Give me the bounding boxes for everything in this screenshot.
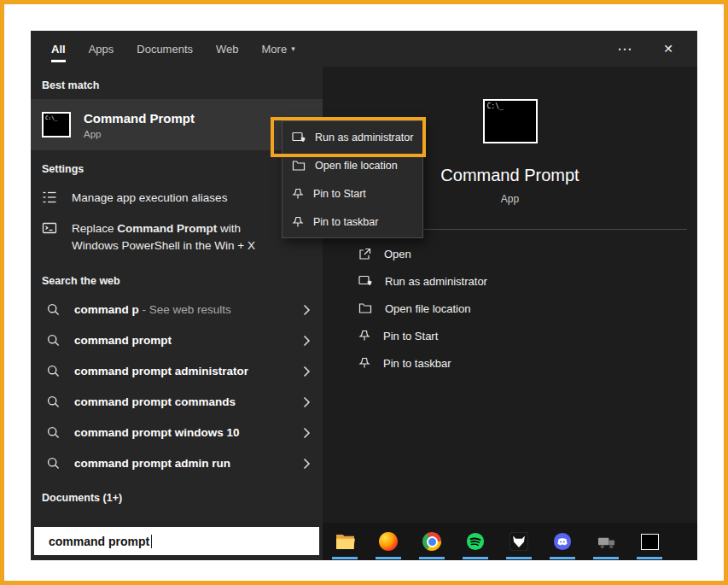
context-menu-run-as-administrator[interactable]: Run as administrator bbox=[282, 123, 422, 151]
action-pin-to-taskbar-label: Pin to taskbar bbox=[383, 357, 451, 370]
taskbar-file-explorer[interactable] bbox=[335, 523, 355, 560]
chevron-right-icon bbox=[303, 366, 311, 377]
close-icon[interactable]: ✕ bbox=[663, 42, 673, 56]
context-menu-pin-to-taskbar[interactable]: Pin to taskbar bbox=[282, 208, 422, 236]
context-pin-to-start-label: Pin to Start bbox=[313, 188, 366, 200]
run-as-admin-icon bbox=[358, 275, 372, 287]
tab-web-label: Web bbox=[216, 43, 239, 56]
search-input[interactable]: command prompt bbox=[34, 527, 319, 555]
chevron-right-icon bbox=[303, 335, 311, 347]
tab-more-label: More bbox=[262, 43, 288, 56]
suggestion-suffix: - See web results bbox=[139, 303, 231, 316]
pin-icon bbox=[358, 330, 370, 342]
context-menu: Run as administrator Open file location … bbox=[282, 120, 423, 238]
tab-web[interactable]: Web bbox=[216, 31, 239, 67]
search-input-value: command prompt bbox=[49, 535, 149, 548]
command-prompt-icon: C:\_ bbox=[42, 112, 71, 137]
best-match-result[interactable]: C:\_ Command Prompt App bbox=[31, 99, 323, 150]
taskbar-chrome[interactable] bbox=[422, 523, 442, 560]
settings-item-replace-powershell[interactable]: Replace Command Prompt with Windows Powe… bbox=[31, 212, 323, 262]
taskbar-fox-app[interactable] bbox=[509, 523, 529, 560]
action-open-file-location-label: Open file location bbox=[385, 302, 470, 315]
suggestion-query: command prompt admin run bbox=[74, 457, 230, 470]
text-cursor bbox=[151, 535, 152, 548]
search-icon bbox=[47, 457, 60, 470]
tab-more[interactable]: More ▾ bbox=[262, 31, 295, 67]
tab-documents[interactable]: Documents bbox=[137, 31, 193, 67]
taskbar-command-prompt[interactable] bbox=[639, 523, 660, 560]
running-indicator bbox=[419, 557, 445, 559]
tab-documents-label: Documents bbox=[137, 43, 193, 56]
search-suggestion-row[interactable]: command p - See web results bbox=[31, 295, 323, 325]
search-icon bbox=[47, 303, 60, 316]
results-column: Best match C:\_ Command Prompt App Setti… bbox=[31, 67, 323, 523]
running-indicator bbox=[332, 557, 358, 559]
discord-icon bbox=[553, 532, 572, 551]
action-pin-to-taskbar[interactable]: Pin to taskbar bbox=[358, 349, 697, 377]
tab-all[interactable]: All bbox=[51, 31, 66, 67]
context-open-file-location-label: Open file location bbox=[315, 160, 398, 172]
action-open[interactable]: Open bbox=[358, 240, 697, 267]
running-indicator bbox=[463, 557, 488, 559]
action-run-as-administrator[interactable]: Run as administrator bbox=[358, 267, 697, 295]
taskbar-firefox[interactable] bbox=[378, 523, 399, 560]
context-menu-open-file-location[interactable]: Open file location bbox=[282, 151, 422, 179]
taskbar-discord[interactable] bbox=[552, 523, 573, 560]
context-menu-pin-to-start[interactable]: Pin to Start bbox=[282, 179, 422, 208]
chevron-right-icon bbox=[303, 304, 311, 316]
spotify-icon bbox=[466, 532, 485, 551]
action-pin-to-start-label: Pin to Start bbox=[383, 330, 438, 342]
run-as-admin-icon bbox=[292, 132, 306, 143]
action-run-as-admin-label: Run as administrator bbox=[385, 275, 487, 288]
pin-icon bbox=[292, 188, 304, 200]
list-icon bbox=[42, 190, 57, 205]
start-search-panel: All Apps Documents Web More ▾ ⋯ bbox=[31, 31, 697, 560]
running-indicator bbox=[637, 557, 662, 559]
search-the-web-header: Search the web bbox=[31, 262, 323, 295]
screenshot: All Apps Documents Web More ▾ ⋯ bbox=[0, 0, 728, 585]
running-indicator bbox=[550, 557, 575, 559]
command-prompt-icon bbox=[641, 534, 659, 550]
tab-apps[interactable]: Apps bbox=[89, 31, 114, 67]
pin-icon bbox=[292, 216, 304, 228]
more-options-icon[interactable]: ⋯ bbox=[617, 40, 632, 58]
window-controls: ⋯ ✕ bbox=[617, 40, 697, 58]
action-pin-to-start[interactable]: Pin to Start bbox=[358, 322, 697, 349]
terminal-icon bbox=[42, 220, 57, 236]
taskbar-truck-app[interactable] bbox=[596, 523, 616, 560]
folder-icon bbox=[292, 160, 306, 172]
settings-item-replace-label: Replace Command Prompt with Windows Powe… bbox=[72, 220, 277, 255]
context-pin-to-taskbar-label: Pin to taskbar bbox=[313, 216, 378, 228]
best-match-subtitle: App bbox=[84, 129, 195, 139]
chevron-right-icon bbox=[303, 427, 311, 439]
tab-apps-label: Apps bbox=[89, 43, 114, 56]
search-suggestion-row[interactable]: command prompt commands bbox=[31, 387, 323, 418]
action-open-file-location[interactable]: Open file location bbox=[358, 295, 697, 322]
chrome-icon-core bbox=[427, 536, 438, 547]
running-indicator bbox=[593, 557, 619, 559]
settings-item-aliases-label: Manage app execution aliases bbox=[72, 191, 227, 204]
best-match-text: Command Prompt App bbox=[84, 111, 195, 139]
search-suggestion-row[interactable]: command prompt admin run bbox=[31, 448, 323, 479]
search-suggestion-row[interactable]: command prompt windows 10 bbox=[31, 418, 323, 448]
taskbar-spotify[interactable] bbox=[465, 523, 486, 560]
preview-actions: Open Run as administrator Open file loca… bbox=[323, 240, 697, 377]
filter-tabs: All Apps Documents Web More ▾ bbox=[31, 31, 295, 67]
suggestion-query: command prompt administrator bbox=[74, 365, 248, 377]
tab-all-label: All bbox=[51, 43, 66, 56]
search-icon bbox=[47, 334, 60, 347]
search-suggestion-row[interactable]: command prompt bbox=[31, 325, 323, 356]
chevron-down-icon: ▾ bbox=[291, 44, 295, 53]
pin-icon bbox=[358, 357, 370, 369]
action-open-label: Open bbox=[384, 248, 411, 260]
search-filter-bar: All Apps Documents Web More ▾ ⋯ bbox=[31, 31, 697, 67]
best-match-title: Command Prompt bbox=[84, 111, 195, 126]
suggestion-query: command p bbox=[74, 303, 139, 316]
chevron-right-icon bbox=[303, 396, 311, 408]
settings-item-aliases[interactable]: Manage app execution aliases bbox=[31, 183, 323, 212]
firefox-icon bbox=[379, 532, 398, 551]
replace-prefix: Replace bbox=[72, 222, 117, 235]
suggestion-query: command prompt commands bbox=[74, 395, 236, 408]
search-suggestion-row[interactable]: command prompt administrator bbox=[31, 356, 323, 387]
search-icon bbox=[47, 365, 60, 377]
